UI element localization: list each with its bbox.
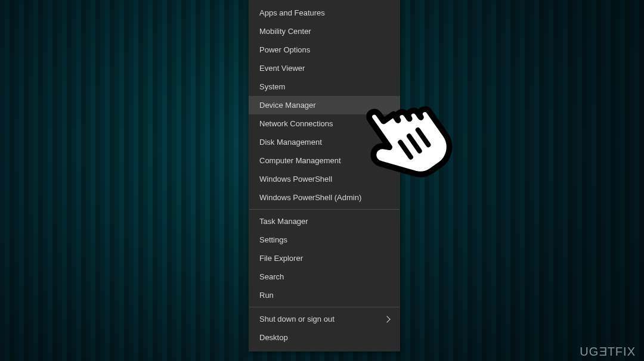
watermark-logo: UGETFIX [580, 345, 636, 359]
menu-item-settings[interactable]: Settings [249, 231, 400, 249]
menu-item-file-explorer[interactable]: File Explorer [249, 249, 400, 267]
menu-item-label: Settings [259, 235, 287, 244]
menu-item-label: Windows PowerShell (Admin) [259, 193, 361, 202]
menu-item-label: Windows PowerShell [259, 175, 332, 183]
menu-item-computer-management[interactable]: Computer Management [249, 151, 400, 170]
menu-item-search[interactable]: Search [249, 267, 400, 286]
menu-item-apps-and-features[interactable]: Apps and Features [249, 4, 400, 22]
menu-item-system[interactable]: System [249, 77, 400, 96]
menu-separator [249, 307, 400, 307]
menu-item-label: Search [259, 272, 284, 281]
menu-item-label: Computer Management [259, 156, 341, 165]
winx-context-menu: Apps and FeaturesMobility CenterPower Op… [249, 0, 400, 351]
menu-item-desktop[interactable]: Desktop [249, 328, 400, 347]
watermark-text-post: TFIX [608, 345, 636, 358]
menu-item-label: Shut down or sign out [259, 315, 335, 323]
menu-item-label: Task Manager [259, 217, 308, 226]
watermark-text-e: E [599, 345, 607, 359]
menu-item-task-manager[interactable]: Task Manager [249, 212, 400, 231]
menu-item-label: Disk Management [259, 138, 322, 147]
menu-item-windows-powershell[interactable]: Windows PowerShell [249, 170, 400, 188]
menu-item-shut-down-or-sign-out[interactable]: Shut down or sign out [249, 310, 400, 328]
menu-item-windows-powershell-admin[interactable]: Windows PowerShell (Admin) [249, 188, 400, 207]
watermark-text-pre: UG [580, 345, 599, 358]
menu-item-label: Apps and Features [259, 8, 325, 17]
chevron-right-icon [383, 316, 390, 322]
menu-item-mobility-center[interactable]: Mobility Center [249, 22, 400, 41]
menu-item-label: Power Options [259, 45, 310, 54]
menu-separator [249, 209, 400, 210]
menu-item-device-manager[interactable]: Device Manager [249, 96, 400, 114]
menu-item-label: Event Viewer [259, 64, 305, 73]
menu-item-event-viewer[interactable]: Event Viewer [249, 59, 400, 77]
menu-item-label: Mobility Center [259, 27, 311, 36]
menu-item-network-connections[interactable]: Network Connections [249, 114, 400, 133]
menu-item-label: Network Connections [259, 119, 333, 128]
menu-item-label: Desktop [259, 333, 288, 342]
menu-item-label: File Explorer [259, 254, 303, 263]
menu-item-label: System [259, 82, 285, 91]
menu-item-run[interactable]: Run [249, 286, 400, 304]
menu-item-disk-management[interactable]: Disk Management [249, 133, 400, 151]
menu-item-label: Device Manager [259, 101, 316, 110]
menu-item-power-options[interactable]: Power Options [249, 41, 400, 59]
menu-item-label: Run [259, 291, 274, 300]
